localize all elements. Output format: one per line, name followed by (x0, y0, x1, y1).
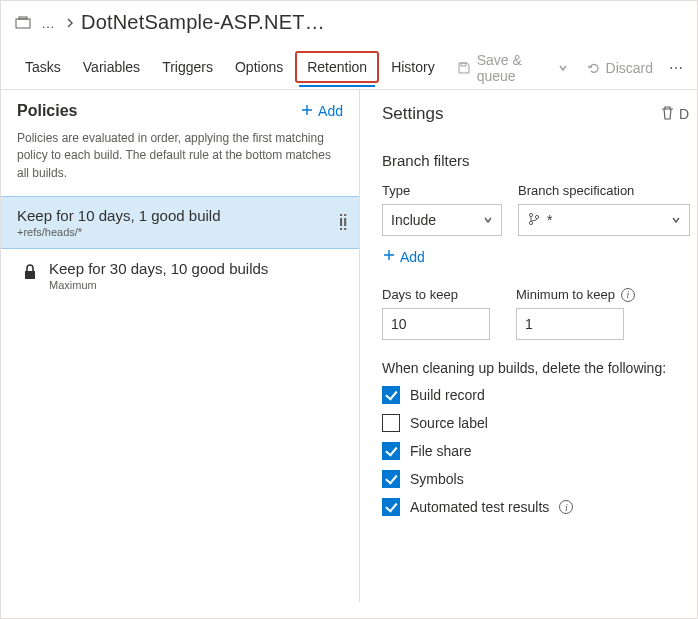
tab-variables[interactable]: Variables (73, 49, 150, 87)
chevron-down-icon (558, 63, 568, 73)
checkbox-icon (382, 470, 400, 488)
policies-panel: Policies Add Policies are evaluated in o… (1, 90, 360, 602)
checkbox-row[interactable]: File share (382, 442, 697, 460)
policies-description: Policies are evaluated in order, applyin… (1, 124, 359, 196)
tab-retention[interactable]: Retention (295, 51, 379, 83)
checkbox-icon (382, 442, 400, 460)
svg-point-6 (535, 215, 538, 218)
chevron-right-icon (65, 15, 75, 31)
checkbox-label: Build record (410, 387, 485, 403)
plus-icon (300, 103, 314, 120)
days-input[interactable]: 10 (382, 308, 490, 340)
more-actions-icon[interactable]: ⋯ (663, 54, 683, 82)
add-policy-button[interactable]: Add (300, 103, 343, 120)
tab-tasks[interactable]: Tasks (15, 49, 71, 87)
plus-icon (382, 248, 396, 265)
info-icon[interactable]: i (559, 500, 573, 514)
checkbox-row[interactable]: Symbols (382, 470, 697, 488)
tab-triggers[interactable]: Triggers (152, 49, 223, 87)
add-branch-filter-label: Add (400, 249, 425, 265)
min-label: Minimum to keep i (516, 287, 635, 302)
add-policy-label: Add (318, 103, 343, 119)
min-input[interactable]: 1 (516, 308, 624, 340)
chevron-down-icon (483, 212, 493, 228)
svg-rect-0 (16, 19, 30, 28)
add-branch-filter-button[interactable]: Add (382, 248, 697, 265)
checkbox-label: Automated test results (410, 499, 549, 515)
branch-spec-value: * (547, 212, 552, 228)
save-queue-button: Save & queue (449, 46, 576, 90)
breadcrumb-ellipsis[interactable]: … (37, 15, 59, 31)
branch-spec-label: Branch specification (518, 183, 690, 198)
settings-heading: Settings (382, 104, 443, 124)
type-value: Include (391, 212, 436, 228)
delete-label-cut: D (679, 106, 689, 122)
svg-rect-1 (19, 17, 27, 19)
branch-filters-heading: Branch filters (382, 152, 697, 169)
checkbox-label: Symbols (410, 471, 464, 487)
days-value: 10 (391, 316, 407, 332)
checkbox-row[interactable]: Automated test resultsi (382, 498, 697, 516)
policy-subtitle: Maximum (49, 279, 268, 291)
tab-bar: Tasks Variables Triggers Options Retenti… (1, 46, 697, 90)
checkbox-icon (382, 498, 400, 516)
undo-icon (586, 61, 600, 75)
policy-title: Keep for 30 days, 10 good builds (49, 260, 268, 277)
checkbox-icon (382, 386, 400, 404)
delete-button[interactable]: D (660, 105, 689, 124)
discard-button: Discard (578, 54, 661, 82)
svg-rect-2 (461, 63, 466, 66)
tab-history[interactable]: History (381, 49, 445, 87)
policy-item-selected[interactable]: Keep for 10 days, 1 good build +refs/hea… (1, 196, 359, 249)
days-label: Days to keep (382, 287, 490, 302)
branch-spec-select[interactable]: * (518, 204, 690, 236)
save-queue-label: Save & queue (477, 52, 552, 84)
type-select[interactable]: Include (382, 204, 502, 236)
checkbox-icon (382, 414, 400, 432)
svg-point-5 (529, 221, 532, 224)
policy-subtitle: +refs/heads/* (17, 226, 343, 238)
tab-options[interactable]: Options (225, 49, 293, 87)
lock-icon (23, 264, 37, 283)
discard-label: Discard (606, 60, 653, 76)
drag-handle-icon[interactable]: ⠿⠿ (338, 217, 347, 229)
checkbox-row[interactable]: Source label (382, 414, 697, 432)
min-value: 1 (525, 316, 533, 332)
checkbox-label: File share (410, 443, 471, 459)
checkbox-row[interactable]: Build record (382, 386, 697, 404)
policy-title: Keep for 10 days, 1 good build (17, 207, 343, 224)
trash-icon (660, 105, 675, 124)
checkbox-label: Source label (410, 415, 488, 431)
svg-rect-3 (25, 271, 35, 279)
project-icon (15, 15, 31, 31)
branch-icon (527, 212, 541, 229)
cleanup-text: When cleaning up builds, delete the foll… (382, 360, 697, 376)
policies-heading: Policies (17, 102, 77, 120)
policy-item-default[interactable]: Keep for 30 days, 10 good builds Maximum (1, 249, 359, 302)
info-icon[interactable]: i (621, 288, 635, 302)
svg-point-4 (529, 213, 532, 216)
chevron-down-icon (671, 212, 681, 228)
page-title[interactable]: DotNetSample-ASP.NET… (81, 11, 325, 34)
type-label: Type (382, 183, 502, 198)
save-icon (457, 61, 471, 75)
settings-panel: Settings D Branch filters Type Include B… (360, 90, 697, 602)
